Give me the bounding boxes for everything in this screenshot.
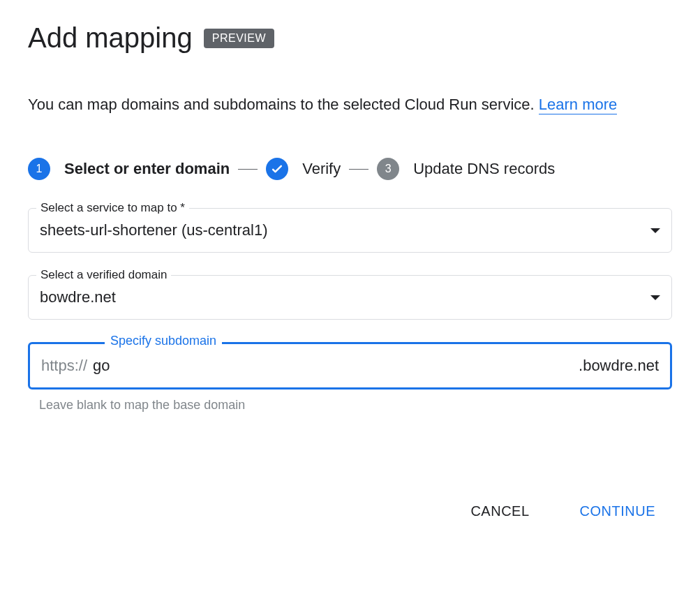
subdomain-suffix: .bowdre.net bbox=[579, 357, 659, 375]
step-connector-2 bbox=[349, 169, 368, 170]
service-field-label: Select a service to map to * bbox=[36, 201, 189, 215]
dialog-header: Add mapping PREVIEW bbox=[28, 22, 672, 54]
step-3: 3 Update DNS records bbox=[377, 158, 555, 180]
chevron-down-icon bbox=[650, 228, 660, 233]
step-1-label: Select or enter domain bbox=[64, 160, 230, 178]
subdomain-field: Specify subdomain https:// .bowdre.net bbox=[28, 342, 672, 389]
step-2: Verify bbox=[266, 158, 341, 180]
subdomain-input[interactable] bbox=[93, 357, 579, 375]
step-3-circle: 3 bbox=[377, 158, 399, 180]
step-2-label: Verify bbox=[302, 160, 341, 178]
domain-field-label: Select a verified domain bbox=[36, 268, 171, 282]
preview-badge: PREVIEW bbox=[204, 29, 274, 48]
subdomain-input-wrapper[interactable]: https:// .bowdre.net bbox=[28, 342, 672, 389]
step-connector-1 bbox=[238, 169, 258, 170]
step-2-circle bbox=[266, 158, 288, 180]
step-1: 1 Select or enter domain bbox=[28, 158, 230, 180]
service-field: Select a service to map to * sheets-url-… bbox=[28, 208, 672, 253]
page-title: Add mapping bbox=[28, 22, 193, 54]
step-1-circle: 1 bbox=[28, 158, 50, 180]
continue-button[interactable]: CONTINUE bbox=[569, 496, 667, 526]
subdomain-helper-text: Leave blank to map the base domain bbox=[39, 398, 672, 413]
description-text: You can map domains and subdomains to th… bbox=[28, 93, 672, 116]
checkmark-icon bbox=[270, 162, 284, 176]
progress-stepper: 1 Select or enter domain Verify 3 Update… bbox=[28, 158, 672, 180]
domain-field: Select a verified domain bowdre.net bbox=[28, 275, 672, 320]
subdomain-field-label: Specify subdomain bbox=[105, 334, 222, 348]
service-select-value: sheets-url-shortener (us-central1) bbox=[40, 221, 267, 239]
domain-select-value: bowdre.net bbox=[40, 288, 116, 306]
chevron-down-icon bbox=[650, 295, 660, 300]
description-body: You can map domains and subdomains to th… bbox=[28, 96, 539, 113]
cancel-button[interactable]: CANCEL bbox=[459, 496, 540, 526]
subdomain-prefix: https:// bbox=[41, 357, 87, 375]
dialog-actions: CANCEL CONTINUE bbox=[28, 496, 672, 526]
learn-more-link[interactable]: Learn more bbox=[539, 96, 618, 114]
step-3-label: Update DNS records bbox=[413, 160, 555, 178]
